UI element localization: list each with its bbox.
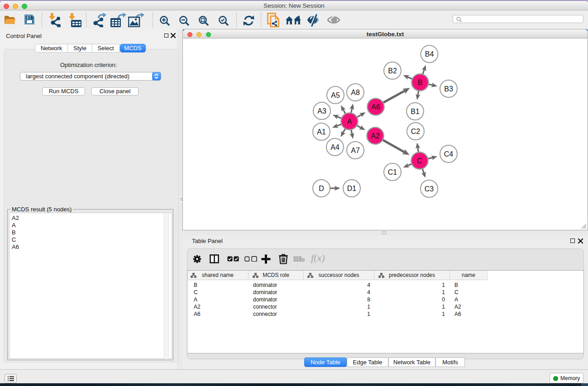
svg-text:A8: A8 bbox=[351, 89, 360, 96]
svg-text:B4: B4 bbox=[425, 50, 434, 58]
svg-text:C1: C1 bbox=[388, 168, 397, 176]
svg-text:D1: D1 bbox=[347, 185, 357, 192]
svg-text:C: C bbox=[417, 157, 422, 165]
svg-text:A7: A7 bbox=[351, 147, 360, 154]
svg-text:C3: C3 bbox=[425, 185, 434, 193]
svg-text:A2: A2 bbox=[371, 132, 380, 140]
svg-text:A1: A1 bbox=[317, 128, 326, 136]
svg-text:B1: B1 bbox=[411, 108, 420, 115]
svg-text:A5: A5 bbox=[331, 91, 340, 99]
svg-text:B: B bbox=[418, 79, 423, 86]
svg-text:D: D bbox=[319, 185, 324, 192]
svg-text:A: A bbox=[347, 118, 352, 125]
svg-text:B2: B2 bbox=[388, 67, 397, 75]
svg-text:A6: A6 bbox=[371, 103, 380, 111]
svg-text:A4: A4 bbox=[330, 143, 339, 151]
svg-text:B3: B3 bbox=[444, 85, 453, 93]
svg-text:A3: A3 bbox=[317, 107, 326, 115]
svg-text:C4: C4 bbox=[444, 150, 454, 158]
svg-text:C2: C2 bbox=[411, 128, 421, 135]
